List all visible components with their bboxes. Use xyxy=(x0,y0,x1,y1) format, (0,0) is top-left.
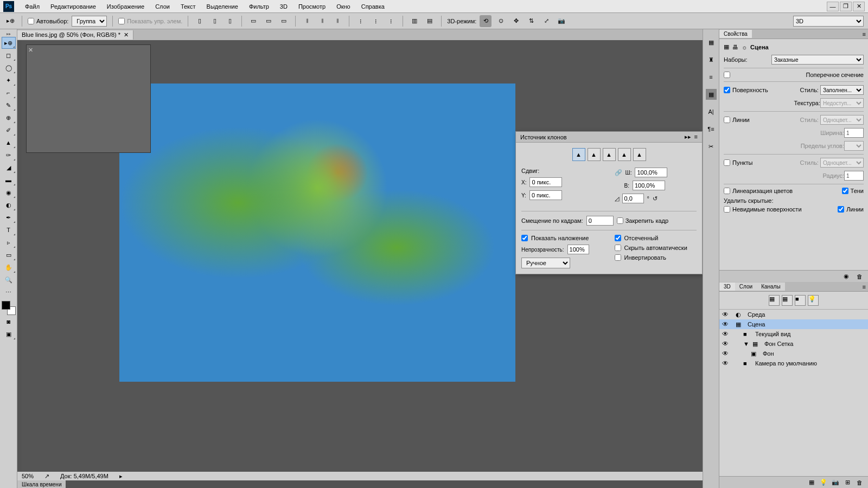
menu-filter[interactable]: Фильтр xyxy=(244,3,275,10)
angle-input[interactable] xyxy=(622,194,644,203)
strip-tools-icon[interactable]: ✂ xyxy=(706,141,717,152)
presets-select[interactable]: Заказные xyxy=(771,55,864,65)
show-overlay-check[interactable]: Показать наложение xyxy=(521,235,604,241)
filter-all[interactable]: ▦ xyxy=(769,295,780,306)
brush-tool[interactable]: ✐ xyxy=(2,124,16,136)
layer-row[interactable]: 👁 ◐ Среда xyxy=(719,310,868,319)
strip-swatches-icon[interactable]: ▦ xyxy=(706,89,717,100)
filter-light[interactable]: 💡 xyxy=(808,295,819,306)
properties-tab[interactable]: Свойства xyxy=(719,30,752,38)
strip-paragraph-icon[interactable]: ≡ xyxy=(706,72,717,82)
screen-mode[interactable]: ▣ xyxy=(2,328,16,340)
slide-icon[interactable]: ⇅ xyxy=(525,15,537,27)
align-top-icon[interactable]: ▭ xyxy=(247,15,259,27)
menu-image[interactable]: Изображение xyxy=(101,3,150,10)
visibility-icon[interactable]: 👁 xyxy=(722,359,729,367)
clone-src-1[interactable]: ▲ xyxy=(572,148,585,161)
close-button[interactable]: ✕ xyxy=(853,2,865,11)
menu-layers[interactable]: Слои xyxy=(150,3,175,10)
invisible-lines-check[interactable]: Линии xyxy=(838,206,864,213)
new-light-icon[interactable]: 💡 xyxy=(819,478,828,487)
distribute-h2-icon[interactable]: ⫴ xyxy=(316,15,328,27)
invisible-surf-check[interactable]: Невидимые поверхности xyxy=(724,206,802,213)
lasso-tool[interactable]: ◯ xyxy=(2,62,16,74)
marquee-tool[interactable]: ◻ xyxy=(2,49,16,61)
strip-a-icon[interactable]: A| xyxy=(706,106,717,117)
playback-select[interactable]: Ручное xyxy=(521,258,570,268)
autohide-check[interactable]: Скрыть автоматически xyxy=(615,245,697,251)
strip-history-icon[interactable]: ▦ xyxy=(706,37,717,48)
path-tool[interactable]: ▹ xyxy=(2,236,16,248)
layer-row[interactable]: 👁 ▦ Сцена xyxy=(719,319,868,329)
trash-icon[interactable]: 🗑 xyxy=(855,272,864,281)
tab-3d[interactable]: 3D xyxy=(719,282,735,291)
distribute-h1-icon[interactable]: ⫴ xyxy=(301,15,313,27)
zoom-arrow-icon[interactable]: ↗ xyxy=(44,473,49,480)
new-scene-icon[interactable]: ▦ xyxy=(807,478,816,487)
dodge-tool[interactable]: ◐ xyxy=(2,199,16,211)
menu-view[interactable]: Просмотр xyxy=(293,3,331,10)
timeline-tab[interactable]: Шкала времени xyxy=(17,480,66,488)
invert-check[interactable]: Инвертировать xyxy=(615,254,697,261)
close-tab-icon[interactable]: ✕ xyxy=(124,31,129,38)
align-left-icon[interactable]: ▯ xyxy=(194,15,206,27)
layer-row[interactable]: 👁 ▼ ▦ Фон Сетка xyxy=(719,339,868,349)
distribute-space-h-icon[interactable]: ▥ xyxy=(409,15,420,27)
menu-edit[interactable]: Редактирование xyxy=(45,3,101,10)
autoselect-check[interactable]: Автовыбор: xyxy=(28,18,68,24)
tab-channels[interactable]: Каналы xyxy=(757,282,785,291)
text-tool[interactable]: T xyxy=(2,224,16,236)
strip-character-icon[interactable]: ♜ xyxy=(706,54,717,65)
visibility-icon[interactable]: 👁 xyxy=(722,320,729,328)
move-tool[interactable]: ▸⊕ xyxy=(2,37,16,49)
dialog-collapse-icon[interactable]: ▸▸ xyxy=(685,133,691,140)
new-mesh-icon[interactable]: ⊞ xyxy=(843,478,852,487)
render-icon[interactable]: ◉ xyxy=(842,272,851,281)
menu-window[interactable]: Окно xyxy=(331,3,356,10)
menu-help[interactable]: Справка xyxy=(356,3,390,10)
status-arrow-icon[interactable]: ▸ xyxy=(119,473,123,480)
reset-icon[interactable]: ↺ xyxy=(653,195,658,202)
eraser-tool[interactable]: ◢ xyxy=(2,162,16,174)
orbit-icon[interactable]: ⟲ xyxy=(480,15,492,27)
clipped-check[interactable]: Отсеченный xyxy=(615,235,697,241)
y-input[interactable] xyxy=(529,190,562,200)
fg-bg-swatches[interactable] xyxy=(2,301,16,315)
maximize-button[interactable]: ❐ xyxy=(840,2,852,11)
surface-check[interactable]: Поверхность xyxy=(724,87,768,93)
canvas-area[interactable]: ✕ Источник клонов ▸▸ ≡ ▲ ▲ ▲ ▲ xyxy=(22,40,703,472)
image-canvas[interactable] xyxy=(119,84,515,382)
panel-menu-icon[interactable]: ≡ xyxy=(860,31,868,37)
pen-tool[interactable]: ✒ xyxy=(2,211,16,223)
camera-icon[interactable]: 📷 xyxy=(556,15,567,27)
h-input[interactable] xyxy=(633,181,665,190)
distribute-v1-icon[interactable]: ⫶ xyxy=(355,15,367,27)
filter-material[interactable]: ■ xyxy=(795,295,806,306)
lines-check[interactable]: Линии xyxy=(724,117,750,123)
shape-tool[interactable]: ▭ xyxy=(2,249,16,261)
gradient-tool[interactable]: ▬ xyxy=(2,174,16,186)
surface-style-select[interactable]: Заполнен... xyxy=(820,85,864,95)
eyedropper-tool[interactable]: ✎ xyxy=(2,99,16,111)
clone-src-2[interactable]: ▲ xyxy=(588,148,601,161)
expand-icon[interactable]: ▼ xyxy=(743,341,749,347)
wand-tool[interactable]: ✦ xyxy=(2,74,16,86)
linearize-check[interactable]: Линеаризация цветов xyxy=(724,188,793,194)
lock-frame-check[interactable]: Закрепить кадр xyxy=(617,217,668,224)
strip-para-icon[interactable]: ¶≡ xyxy=(706,124,717,134)
hand-tool[interactable]: ✋ xyxy=(2,261,16,273)
distribute-h3-icon[interactable]: ⫴ xyxy=(331,15,343,27)
autoselect-mode[interactable]: Группа xyxy=(72,16,107,27)
quick-mask[interactable]: ◙ xyxy=(2,316,16,328)
tab-layers[interactable]: Слои xyxy=(735,282,757,291)
link-icon[interactable]: 🔗 xyxy=(615,169,622,176)
zoom-tool[interactable]: 🔍 xyxy=(2,274,16,286)
menu-select[interactable]: Выделение xyxy=(201,3,244,10)
menu-text[interactable]: Текст xyxy=(175,3,201,10)
align-bottom-icon[interactable]: ▭ xyxy=(278,15,290,27)
edit-toolbar[interactable]: ⋯ xyxy=(2,286,16,298)
layers-menu-icon[interactable]: ≡ xyxy=(860,284,868,290)
healing-tool[interactable]: ⊕ xyxy=(2,112,16,124)
visibility-icon[interactable]: 👁 xyxy=(722,330,729,338)
visibility-icon[interactable]: 👁 xyxy=(722,340,729,348)
